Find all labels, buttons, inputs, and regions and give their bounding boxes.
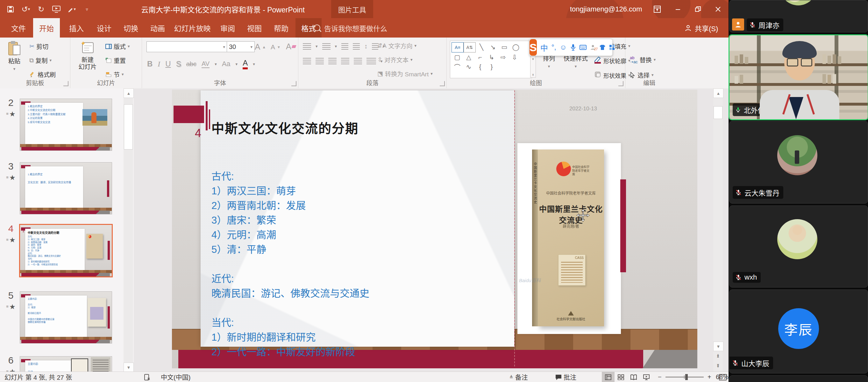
scrollbar-thumb[interactable] xyxy=(124,104,133,149)
close-icon[interactable] xyxy=(709,0,727,18)
slide-2-thumbnail[interactable]: 1.概念的界定 2.中斯文化交流史的分期 3.主要内容：代表人物和重要文献 4.… xyxy=(20,99,112,151)
layout-button[interactable]: 版式▾ xyxy=(105,42,130,50)
customize-qat-icon[interactable]: ▿ xyxy=(83,5,91,13)
increase-indent-icon[interactable] xyxy=(353,43,360,49)
align-text-button[interactable]: ⇳对齐文本▾ xyxy=(377,55,412,64)
normal-view-button[interactable] xyxy=(602,372,615,382)
redo-icon[interactable]: ↻ xyxy=(37,5,45,13)
tell-me-search[interactable]: 告诉我你想要做什么 xyxy=(314,18,387,38)
restore-icon[interactable] xyxy=(689,0,707,18)
dialog-launcher-icon[interactable] xyxy=(440,81,445,86)
soft-keyboard-icon[interactable] xyxy=(580,45,587,50)
book-cover-image[interactable]: 中国社会科学院老年学者文库 中国社会科学院老年学者文库 中国斯里兰卡文化交流史 … xyxy=(538,149,604,326)
ribbon-display-options-icon[interactable] xyxy=(648,0,666,18)
account-name[interactable]: tongjiameng@126.com xyxy=(570,0,642,18)
format-painter-button[interactable]: 格式刷 xyxy=(29,70,56,78)
align-right-icon[interactable] xyxy=(328,58,337,64)
copy-button[interactable]: ⧉复制▾ xyxy=(29,56,52,65)
ime-toolbar[interactable]: S 中 °, ☺ 27 xyxy=(529,39,613,56)
tab-review[interactable]: 审阅 xyxy=(215,18,240,38)
columns-icon[interactable] xyxy=(367,58,376,64)
emoji-icon[interactable]: ☺ xyxy=(560,43,567,51)
tab-file[interactable]: 文件 xyxy=(6,18,31,38)
zoom-slider[interactable] xyxy=(665,372,704,382)
distribute-icon[interactable] xyxy=(354,58,362,64)
minimize-icon[interactable] xyxy=(669,0,687,18)
previous-slide-icon[interactable]: ▲▲ xyxy=(713,351,723,360)
participant-tile-partial[interactable] xyxy=(729,375,868,382)
slide-6-thumbnail[interactable]: 主要内容: 古代: 2）两晋南北朝：发展 xyxy=(20,356,112,372)
select-button[interactable]: 选择▾ xyxy=(630,71,654,79)
dialog-launcher-icon[interactable] xyxy=(63,81,68,86)
slide-body-text[interactable]: 古代: 1）两汉三国：萌芽 2）两晋南北朝：发展 3）唐宋：繁荣 4）元明：高潮… xyxy=(211,169,369,359)
language-status[interactable]: 中文(中国) xyxy=(161,372,190,382)
scroll-down-icon[interactable]: ▼ xyxy=(124,362,134,372)
tab-slideshow[interactable]: 幻灯片放映 xyxy=(172,18,213,38)
shrink-font-button[interactable]: A▼ xyxy=(271,43,281,51)
zoom-out-icon[interactable]: − xyxy=(658,372,662,382)
reset-button[interactable]: 重置 xyxy=(105,56,126,65)
font-family-combo[interactable]: ▾ xyxy=(147,41,227,52)
skin-icon[interactable] xyxy=(599,44,606,50)
line-spacing-icon[interactable]: ↕ xyxy=(364,43,368,50)
participant-tile[interactable]: 周津亦 xyxy=(729,0,868,32)
scroll-up-icon[interactable]: ▲ xyxy=(713,89,723,98)
voice-icon[interactable] xyxy=(570,44,576,51)
zoom-slider-thumb[interactable] xyxy=(685,374,688,380)
cut-button[interactable]: ✂剪切 xyxy=(29,42,49,50)
participant-tile-active-speaker[interactable]: 北外佟加蒙 xyxy=(728,34,868,120)
slideshow-view-button[interactable] xyxy=(640,372,653,382)
text-direction-button[interactable]: ⇵A文字方向▾ xyxy=(377,41,416,50)
save-icon[interactable] xyxy=(6,5,14,13)
scroll-down-icon[interactable]: ▼ xyxy=(713,342,723,351)
participant-tile[interactable]: wxh xyxy=(729,205,868,287)
smartart-button[interactable]: ⬔转换为 SmartArt▾ xyxy=(377,69,433,78)
decrease-indent-icon[interactable] xyxy=(341,43,348,49)
strikethrough-button[interactable]: abc xyxy=(186,61,196,68)
dialog-launcher-icon[interactable] xyxy=(291,81,297,86)
sogou-logo-icon[interactable]: S xyxy=(529,39,537,56)
text-shadow-button[interactable]: S xyxy=(176,60,181,68)
align-left-icon[interactable] xyxy=(303,58,311,64)
slide-4-thumbnail-selected[interactable]: 4 中斯文化文化交流的分期 古代: 1）两汉三国：萌芽 2）两晋南北朝：发展 3… xyxy=(19,224,113,277)
toolbox-icon[interactable] xyxy=(609,44,615,50)
clear-formatting-button[interactable]: A xyxy=(286,42,296,51)
numbering-icon[interactable] xyxy=(322,43,331,49)
zoom-in-icon[interactable]: + xyxy=(708,372,711,382)
scrollbar-thumb[interactable] xyxy=(714,106,722,119)
undo-icon[interactable]: ↺▾ xyxy=(22,5,30,13)
change-case-button[interactable]: Aa xyxy=(222,60,230,68)
new-slide-button[interactable]: 新建 幻灯片 xyxy=(74,41,101,71)
paste-button[interactable]: 粘贴▾ xyxy=(4,41,24,72)
spellcheck-icon[interactable] xyxy=(144,372,150,382)
tab-design[interactable]: 设计 xyxy=(92,18,117,38)
thumbnail-scrollbar[interactable]: ▲ ▼ xyxy=(124,89,133,372)
replace-button[interactable]: ab⇢ac 替换▾ xyxy=(630,55,656,64)
italic-button[interactable]: I xyxy=(158,60,160,68)
pen-input-icon[interactable]: ▾ xyxy=(67,5,76,13)
char-spacing-button[interactable]: AV xyxy=(202,60,210,68)
section-button[interactable]: 节▾ xyxy=(105,70,124,78)
slide-3-thumbnail[interactable]: 1.概念的界定 文化交流：翻译、区别研究和文化传播 xyxy=(20,162,112,214)
tab-view[interactable]: 视图 xyxy=(242,18,267,38)
ime-punctuation[interactable]: °, xyxy=(552,43,556,51)
participant-tile[interactable]: 云大朱雪丹 xyxy=(729,121,868,204)
font-color-button[interactable]: A xyxy=(243,59,248,69)
justify-icon[interactable] xyxy=(341,58,349,64)
participant-tile[interactable]: 李辰 山大李辰 xyxy=(729,289,868,373)
scroll-up-icon[interactable]: ▲ xyxy=(124,89,134,98)
reading-view-button[interactable] xyxy=(627,372,640,382)
shapes-gallery[interactable]: A≡ A⇅ ╲ ↘ ▭ ◯ ▢ △ ⌐ ↳ ⇨ ⇩ ⌒ ∿ { } xyxy=(450,41,532,78)
tab-insert[interactable]: 插入 xyxy=(64,18,89,38)
ime-account-icon[interactable]: 27 xyxy=(590,44,596,50)
grow-font-button[interactable]: A▲ xyxy=(255,42,266,52)
ime-mode-chinese[interactable]: 中 xyxy=(540,42,548,53)
slide-sorter-view-button[interactable] xyxy=(615,372,627,382)
notes-button[interactable]: ≜备注 xyxy=(509,372,528,382)
book-picture-frame[interactable]: 中国斯里兰卡文化交流史 中国社会科学院老年学者文库 中国社会科学院老年学者文库 … xyxy=(518,143,621,334)
font-size-combo[interactable]: 30▾ xyxy=(227,41,255,52)
tab-home[interactable]: 开始 xyxy=(33,18,60,38)
underline-button[interactable]: U xyxy=(165,60,171,68)
slide-title[interactable]: 中斯文化文化交流的分期 xyxy=(211,118,359,137)
shape-outline-button[interactable]: 形状轮廓▾ xyxy=(594,56,630,65)
